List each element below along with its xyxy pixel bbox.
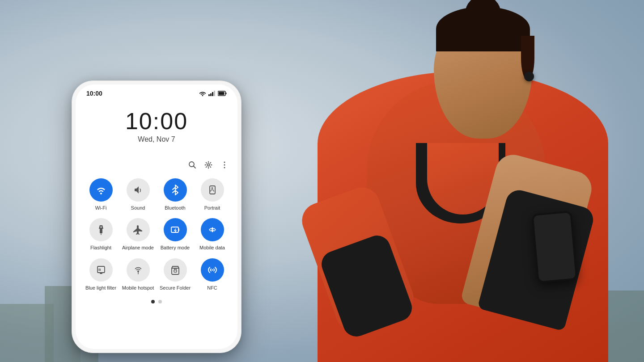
pagination-dots <box>85 300 229 303</box>
svg-rect-6 <box>219 92 225 95</box>
svg-rect-2 <box>212 92 213 96</box>
svg-rect-14 <box>100 229 102 233</box>
blue-light-tile-label: Blue light filter <box>85 285 116 291</box>
svg-point-10 <box>224 162 225 163</box>
pagination-dot-1 <box>151 300 155 303</box>
portrait-tile-label: Portrait <box>204 205 220 211</box>
lock-time: 10:00 <box>76 109 237 133</box>
svg-rect-0 <box>208 94 210 96</box>
phone-mockup: 10:00 <box>72 80 242 353</box>
tile-blue-light[interactable]: B Blue light filter <box>85 258 117 291</box>
signal-status-icon <box>208 91 216 96</box>
hotspot-tile-icon <box>127 258 150 282</box>
bluetooth-tile-icon <box>164 178 187 202</box>
svg-point-9 <box>208 164 210 166</box>
quick-tiles-grid: Wi-Fi Sound <box>85 178 229 291</box>
person-figure <box>242 0 644 362</box>
wifi-tile-label: Wi-Fi <box>95 205 107 211</box>
quick-settings-panel: Wi-Fi Sound <box>76 155 237 349</box>
tile-battery[interactable]: Battery mode <box>159 218 191 251</box>
more-icon[interactable] <box>220 161 229 171</box>
tile-nfc[interactable]: NFC <box>196 258 229 291</box>
lock-screen-area: 10:00 Wed, Nov 7 <box>76 101 237 155</box>
search-icon[interactable] <box>188 161 196 171</box>
hotspot-tile-label: Mobile hotspot <box>122 285 154 291</box>
airplane-tile-icon <box>127 218 150 241</box>
settings-icon[interactable] <box>204 161 212 171</box>
tile-secure-folder[interactable]: Secure Folder <box>159 258 191 291</box>
svg-text:B: B <box>98 268 101 272</box>
battery-tile-label: Battery mode <box>161 244 190 251</box>
svg-point-11 <box>224 164 225 166</box>
status-icons <box>199 91 227 96</box>
svg-line-8 <box>194 166 196 168</box>
svg-rect-1 <box>210 93 212 96</box>
secure-folder-tile-icon <box>164 258 187 282</box>
battery-tile-icon <box>164 218 187 241</box>
secure-folder-tile-label: Secure Folder <box>160 285 191 291</box>
svg-point-22 <box>212 269 213 270</box>
pagination-dot-2 <box>158 300 162 303</box>
sound-tile-label: Sound <box>131 205 145 211</box>
portrait-tile-icon <box>201 178 224 202</box>
blue-light-tile-icon: B <box>89 258 113 282</box>
svg-point-12 <box>224 167 225 168</box>
mobile-data-tile-label: Mobile data <box>199 244 225 251</box>
bluetooth-tile-label: Bluetooth <box>165 205 185 211</box>
wifi-status-icon <box>199 91 206 96</box>
held-phone <box>531 210 577 283</box>
tile-wifi[interactable]: Wi-Fi <box>85 178 117 211</box>
qs-toolbar <box>85 155 229 178</box>
airplane-tile-label: Airplane mode <box>122 244 154 251</box>
svg-rect-21 <box>174 270 177 272</box>
status-time: 10:00 <box>86 90 102 97</box>
svg-point-15 <box>100 227 102 228</box>
tile-hotspot[interactable]: Mobile hotspot <box>122 258 154 291</box>
lock-date: Wed, Nov 7 <box>76 135 237 143</box>
nfc-tile-label: NFC <box>207 285 217 291</box>
svg-rect-3 <box>214 91 215 96</box>
tile-mobile-data[interactable]: Mobile data <box>196 218 229 251</box>
tile-flashlight[interactable]: Flashlight <box>85 218 117 251</box>
svg-rect-5 <box>226 93 227 94</box>
wifi-tile-icon <box>89 178 113 202</box>
flashlight-tile-label: Flashlight <box>90 244 111 251</box>
svg-rect-17 <box>178 228 179 231</box>
mobile-data-tile-icon <box>201 218 224 241</box>
nfc-tile-icon <box>201 258 224 282</box>
tile-portrait[interactable]: Portrait <box>196 178 229 211</box>
status-bar: 10:00 <box>76 84 237 101</box>
sound-tile-icon <box>127 178 150 202</box>
tile-airplane[interactable]: Airplane mode <box>122 218 154 251</box>
tile-bluetooth[interactable]: Bluetooth <box>159 178 191 211</box>
battery-status-icon <box>218 91 227 96</box>
tile-sound[interactable]: Sound <box>122 178 154 211</box>
flashlight-tile-icon <box>89 218 113 241</box>
